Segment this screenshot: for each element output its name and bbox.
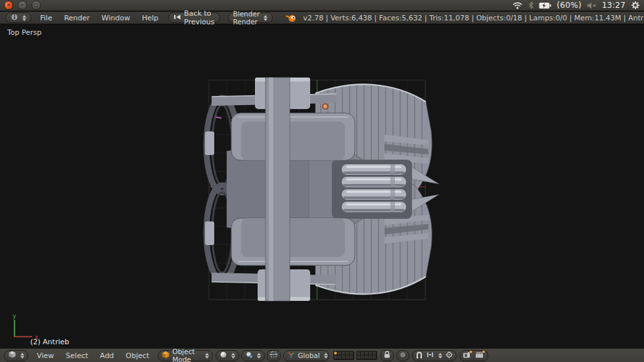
snap-magnet-icon[interactable] (415, 351, 423, 361)
axis-mini-gizmo: y x (12, 313, 39, 340)
view-name-label: Top Persp (7, 28, 41, 37)
beam-top (231, 113, 355, 160)
render-buttons (459, 350, 488, 361)
scene-lock-icon (383, 350, 391, 361)
pivot-point-select[interactable] (241, 350, 265, 361)
layer-grid-2 (356, 351, 377, 360)
blender-window: ✕ ─ ▢ (0, 0, 644, 362)
window-minimize-button[interactable]: ─ (18, 1, 27, 10)
object-origin-dot (324, 105, 327, 108)
chevron-updown-icon (205, 353, 209, 359)
menu-render[interactable]: Render (58, 14, 95, 22)
render-engine-value: Blender Render (233, 10, 260, 26)
system-top-bar: ✕ ─ ▢ (0, 0, 644, 11)
menu-file[interactable]: File (34, 14, 58, 22)
window-maximize-button[interactable]: ▢ (32, 1, 41, 10)
pivot-point-icon (245, 351, 253, 361)
system-tray: (60%) 13:27 (512, 1, 644, 10)
mode-select[interactable]: Object Mode (158, 350, 213, 361)
layer-cell[interactable] (373, 355, 377, 359)
snap-target-icon[interactable] (445, 351, 453, 361)
layer-cell[interactable] (350, 355, 354, 359)
battery-percentage[interactable]: (60%) (557, 1, 582, 10)
object-mode-cube-icon (162, 351, 170, 361)
proportional-edit-toggle[interactable] (396, 350, 409, 361)
3d-viewport[interactable]: y x Top Persp (2) Antrieb (0, 24, 644, 348)
back-icon (173, 14, 181, 22)
snap-element-icon[interactable] (426, 351, 434, 361)
viewport-shading-icon (219, 351, 227, 361)
back-to-previous-button[interactable]: Back to Previous (168, 12, 219, 23)
chevron-updown-icon (324, 353, 328, 359)
info-editor-icon (11, 13, 18, 23)
window-controls: ✕ ─ ▢ (4, 1, 41, 10)
menu-window[interactable]: Window (96, 14, 136, 22)
scene-statistics: v2.78 | Verts:6,438 | Faces:5,632 | Tris… (303, 14, 644, 22)
chevron-updown-icon (22, 15, 26, 21)
blender-logo-icon (286, 13, 296, 22)
editor-type-selector-3d[interactable] (4, 350, 28, 361)
axis-y-label: y (12, 313, 16, 319)
manipulator-toggle[interactable] (267, 350, 281, 361)
window-close-button[interactable]: ✕ (4, 1, 13, 10)
orientation-axis-icon (287, 351, 295, 361)
3d-view-editor-icon (8, 350, 16, 361)
render-engine-select[interactable]: Blender Render (228, 12, 273, 23)
layer-grid-1 (333, 351, 354, 360)
wifi-icon[interactable] (512, 1, 523, 9)
editor-type-selector[interactable] (5, 12, 32, 23)
chevron-updown-icon (264, 15, 267, 21)
transform-orientation-select[interactable]: Global (283, 350, 329, 361)
viewport-shading-select[interactable] (216, 350, 239, 361)
snap-controls (412, 350, 457, 361)
chevron-updown-icon (20, 353, 24, 359)
chevron-updown-icon (257, 353, 261, 359)
clock-time[interactable]: 13:27 (602, 1, 626, 10)
manipulator-icon (269, 350, 278, 361)
bluetooth-icon[interactable] (528, 1, 534, 9)
beam-bottom (231, 218, 355, 265)
render-animation-icon[interactable] (475, 350, 485, 361)
layer-widget (333, 351, 377, 360)
scene-lock-toggle[interactable] (380, 350, 394, 361)
chevron-updown-icon[interactable] (438, 353, 442, 359)
3d-view-header: View Select Add Object Object Mode (0, 348, 644, 362)
chevron-updown-icon (231, 353, 235, 359)
info-header: File Render Window Help Back to Previous… (0, 12, 644, 24)
battery-charging-icon[interactable] (539, 2, 551, 9)
active-object-info: (2) Antrieb (30, 338, 69, 346)
render-camera-icon[interactable] (463, 350, 472, 361)
session-gear-icon[interactable] (631, 1, 640, 10)
mode-value: Object Mode (172, 348, 201, 362)
menu-select[interactable]: Select (60, 351, 94, 360)
left-clamp-bottom (205, 221, 214, 245)
volume-muted-icon[interactable] (587, 2, 597, 9)
menu-help[interactable]: Help (136, 14, 164, 22)
proportional-edit-icon (399, 351, 407, 361)
menu-add[interactable]: Add (94, 351, 120, 360)
menu-object[interactable]: Object (120, 351, 155, 360)
viewport-canvas[interactable]: y x (0, 24, 644, 348)
orientation-value: Global (298, 351, 320, 359)
menu-view[interactable]: View (31, 351, 60, 360)
left-clamp-top (205, 131, 214, 155)
